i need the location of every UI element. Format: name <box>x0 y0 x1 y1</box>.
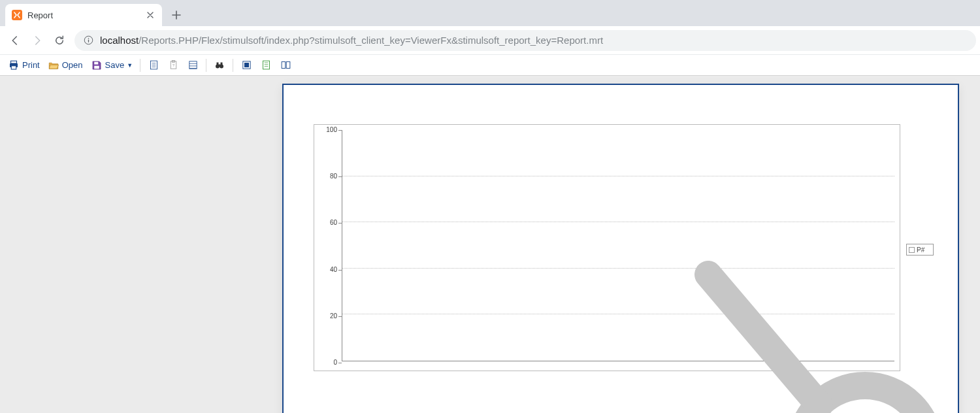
single-page-button[interactable] <box>237 57 256 74</box>
find-button[interactable] <box>210 57 229 74</box>
open-folder-icon <box>48 59 59 71</box>
xampp-favicon-icon <box>12 10 22 20</box>
clipboard-icon: ? <box>167 59 179 71</box>
svg-rect-7 <box>94 61 98 64</box>
toolbar-separator <box>140 59 140 72</box>
svg-rect-6 <box>11 65 16 69</box>
gridline <box>342 222 894 222</box>
ytick-mark <box>338 223 342 223</box>
browser-tabstrip: Report <box>0 0 980 26</box>
svg-rect-27 <box>263 61 269 69</box>
ytick-label: 40 <box>330 267 337 273</box>
ytick-mark <box>338 176 342 177</box>
svg-rect-4 <box>11 61 17 63</box>
svg-rect-32 <box>286 62 290 69</box>
parameters-button[interactable]: ? <box>163 57 183 74</box>
svg-rect-14 <box>172 60 174 62</box>
tab-close-icon[interactable] <box>145 10 155 20</box>
toolbar-separator <box>206 59 206 72</box>
save-button[interactable]: Save ▼ <box>87 57 137 74</box>
back-button[interactable] <box>4 29 26 52</box>
new-tab-button[interactable] <box>167 6 186 24</box>
svg-rect-31 <box>282 62 286 69</box>
ytick-mark <box>338 130 342 131</box>
svg-point-2 <box>88 38 90 39</box>
ytick-label: 20 <box>330 313 337 320</box>
tab-title: Report <box>27 10 145 20</box>
save-disk-icon <box>91 59 103 71</box>
ytick-mark <box>338 363 342 363</box>
svg-text:?: ? <box>172 63 174 67</box>
page-icon <box>148 59 159 71</box>
browser-toolbar: localhost/Reports.PHP/Flex/stimulsoft/in… <box>0 26 980 55</box>
thumbnails-button[interactable] <box>183 57 203 74</box>
print-icon <box>8 59 20 71</box>
address-bar[interactable]: localhost/Reports.PHP/Flex/stimulsoft/in… <box>74 30 976 51</box>
gridline <box>342 176 894 176</box>
print-button[interactable]: Print <box>4 57 44 74</box>
ytick-label: 0 <box>333 359 337 366</box>
svg-line-34 <box>708 274 819 405</box>
continuous-page-button[interactable] <box>256 57 276 74</box>
browser-tab-active[interactable]: Report <box>5 4 162 26</box>
svg-rect-8 <box>94 65 99 69</box>
ytick-label: 100 <box>326 127 337 133</box>
continuous-page-icon <box>260 59 272 71</box>
site-info-icon[interactable] <box>84 35 93 45</box>
svg-rect-16 <box>189 61 196 69</box>
binoculars-icon <box>214 59 225 71</box>
svg-rect-24 <box>219 64 221 65</box>
reload-button[interactable] <box>48 29 71 52</box>
report-toolbar: Print Open Save ▼ ? <box>0 55 980 76</box>
toolbar-separator <box>233 59 233 72</box>
page-setup-button[interactable] <box>144 57 163 74</box>
url-host: localhost/Reports.PHP/Flex/stimulsoft/in… <box>100 35 603 46</box>
ytick-label: 80 <box>330 173 337 180</box>
svg-rect-23 <box>221 62 223 65</box>
ytick-mark <box>338 270 342 271</box>
report-page: 0 20 40 60 80 100 P# <box>282 84 959 413</box>
single-page-icon <box>240 59 252 71</box>
ytick-mark <box>338 316 342 317</box>
panel-grid-icon <box>187 59 199 71</box>
forward-button[interactable] <box>26 29 48 52</box>
multiple-pages-button[interactable] <box>276 57 295 74</box>
svg-rect-3 <box>88 40 89 42</box>
svg-rect-22 <box>217 62 219 65</box>
caret-down-icon: ▼ <box>127 62 133 69</box>
ytick-label: 60 <box>330 220 337 226</box>
svg-rect-26 <box>244 63 249 67</box>
report-viewport[interactable]: 0 20 40 60 80 100 P# <box>0 76 980 413</box>
multi-page-icon <box>280 59 291 71</box>
open-button[interactable]: Open <box>44 57 87 74</box>
